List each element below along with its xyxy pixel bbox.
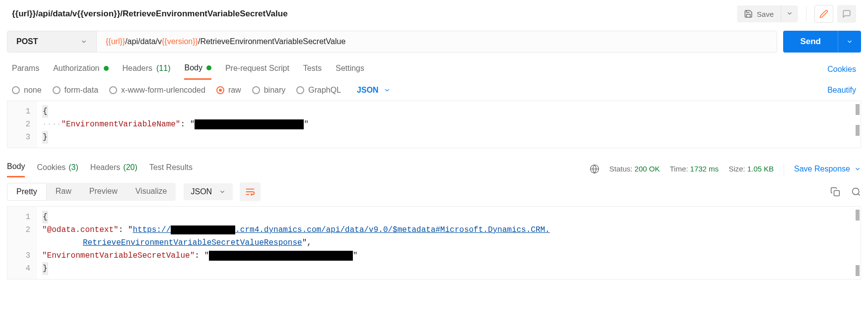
json-colon: : <box>180 118 190 131</box>
chevron-down-icon <box>219 188 226 195</box>
line-gutter: 1 2 3 4 <box>7 207 37 279</box>
response-language-select[interactable]: JSON <box>184 183 233 200</box>
tab-params[interactable]: Params <box>12 60 39 79</box>
view-visualize[interactable]: Visualize <box>127 183 176 201</box>
save-button[interactable]: Save <box>737 5 781 22</box>
copy-icon[interactable] <box>830 187 840 197</box>
response-link-cont[interactable]: RetrieveEnvironmentVariableSecretValueRe… <box>83 236 302 249</box>
tab-authorization[interactable]: Authorization <box>53 60 108 79</box>
chevron-down-icon <box>384 87 391 94</box>
json-comma: , <box>307 236 312 249</box>
cookies-link[interactable]: Cookies <box>827 65 856 74</box>
time-label: Time: <box>669 165 688 173</box>
radio-label: none <box>24 86 42 95</box>
json-key: "@odata.context" <box>42 224 119 236</box>
body-type-formdata[interactable]: form-data <box>53 86 98 95</box>
radio-label: form-data <box>65 86 98 95</box>
radio-icon <box>12 86 20 94</box>
save-response-button[interactable]: Save Response <box>794 165 861 173</box>
send-button[interactable]: Send <box>783 31 838 53</box>
scroll-thumb[interactable] <box>856 265 860 276</box>
scroll-thumb[interactable] <box>856 210 860 221</box>
url-var2: {{version}} <box>162 37 198 46</box>
save-button-group: Save <box>737 5 798 22</box>
request-body-editor[interactable]: 1 2 3 { ····"EnvironmentVariableName": "… <box>7 101 861 148</box>
network-icon[interactable] <box>590 164 600 174</box>
comment-button[interactable] <box>837 5 856 23</box>
tab-prerequest[interactable]: Pre-request Script <box>225 60 289 79</box>
tab-settings[interactable]: Settings <box>335 60 364 79</box>
quote-open: " <box>204 249 209 262</box>
radio-label: GraphQL <box>308 86 341 95</box>
code-area[interactable]: { "@odata.context": "https://.crm4.dynam… <box>37 207 861 279</box>
url-seg2: /RetrieveEnvironmentVariableSecretValue <box>198 37 345 46</box>
radio-icon <box>216 86 224 94</box>
tab-headers[interactable]: Headers(11) <box>123 60 171 79</box>
radio-label: raw <box>228 86 241 95</box>
wrap-icon <box>245 186 256 197</box>
radio-label: x-www-form-urlencoded <box>121 86 205 95</box>
wrap-lines-button[interactable] <box>240 182 261 201</box>
body-type-urlencoded[interactable]: x-www-form-urlencoded <box>109 86 205 95</box>
scroll-thumb[interactable] <box>856 125 860 136</box>
line-gutter: 1 2 3 <box>7 101 37 148</box>
time-field: Time: 1732 ms <box>669 165 719 173</box>
tab-body-label: Body <box>184 63 202 72</box>
status-dot-icon <box>104 66 109 71</box>
size-field: Size: 1.05 KB <box>729 165 774 173</box>
save-dropdown-button[interactable] <box>781 5 798 22</box>
json-key: "EnvironmentVariableName" <box>61 118 180 131</box>
url-input[interactable]: {{url}}/api/data/v{{version}}/RetrieveEn… <box>97 31 777 52</box>
tab-headers-count: (11) <box>156 64 170 73</box>
response-tab-headers[interactable]: Headers (20) <box>90 161 137 177</box>
tab-body[interactable]: Body <box>184 59 211 80</box>
url-var1: {{url}} <box>106 37 125 46</box>
scroll-thumb[interactable] <box>856 104 860 115</box>
save-response-label: Save Response <box>794 165 850 173</box>
view-raw[interactable]: Raw <box>47 183 80 201</box>
body-language-select[interactable]: JSON <box>357 86 391 95</box>
size-label: Size: <box>729 165 745 173</box>
resp-lang-label: JSON <box>191 187 212 196</box>
status-label: Status: <box>609 165 633 173</box>
view-pretty[interactable]: Pretty <box>7 183 47 201</box>
brace-close: } <box>42 131 48 144</box>
chevron-down-icon <box>80 38 87 45</box>
body-type-none[interactable]: none <box>12 86 42 95</box>
request-url-group: POST {{url}}/api/data/v{{version}}/Retri… <box>7 31 777 53</box>
body-lang-label: JSON <box>357 86 379 95</box>
view-preview[interactable]: Preview <box>80 183 127 201</box>
response-tab-cookies[interactable]: Cookies (3) <box>37 161 78 177</box>
chevron-down-icon <box>846 38 853 45</box>
response-tab-body[interactable]: Body <box>7 160 25 177</box>
response-body-editor[interactable]: 1 2 3 4 { "@odata.context": "https://.cr… <box>7 206 861 280</box>
tab-headers-label: Headers <box>123 64 152 73</box>
divider <box>784 163 784 175</box>
response-link[interactable]: https://.crm4.dynamics.com/api/data/v9.0… <box>133 224 550 236</box>
body-type-raw[interactable]: raw <box>216 86 241 95</box>
response-tab-tests[interactable]: Test Results <box>149 161 193 177</box>
method-select[interactable]: POST <box>7 31 97 52</box>
edit-button[interactable] <box>814 5 833 23</box>
quote-close: " <box>302 236 307 249</box>
rtab-count: (3) <box>68 163 78 172</box>
brace-open: { <box>42 211 48 224</box>
line-number: 3 <box>7 249 30 262</box>
tab-tests[interactable]: Tests <box>303 60 322 79</box>
code-area[interactable]: { ····"EnvironmentVariableName": "" } <box>37 101 861 148</box>
line-number-blank <box>7 236 30 249</box>
chevron-down-icon <box>786 10 793 17</box>
body-type-binary[interactable]: binary <box>252 86 286 95</box>
send-dropdown-button[interactable] <box>838 31 861 53</box>
pencil-icon <box>819 9 828 18</box>
json-colon: : <box>195 249 204 262</box>
send-button-group: Send <box>783 31 861 53</box>
rtab-label: Headers <box>90 163 120 172</box>
svg-line-6 <box>858 194 860 196</box>
chevron-down-icon <box>854 166 861 172</box>
radio-label: binary <box>264 86 286 95</box>
body-type-graphql[interactable]: GraphQL <box>296 86 341 95</box>
beautify-link[interactable]: Beautify <box>827 86 856 95</box>
search-icon[interactable] <box>851 187 861 197</box>
url-mid: .crm4.dynamics.com/api/data/v9.0/$metada… <box>235 225 550 234</box>
